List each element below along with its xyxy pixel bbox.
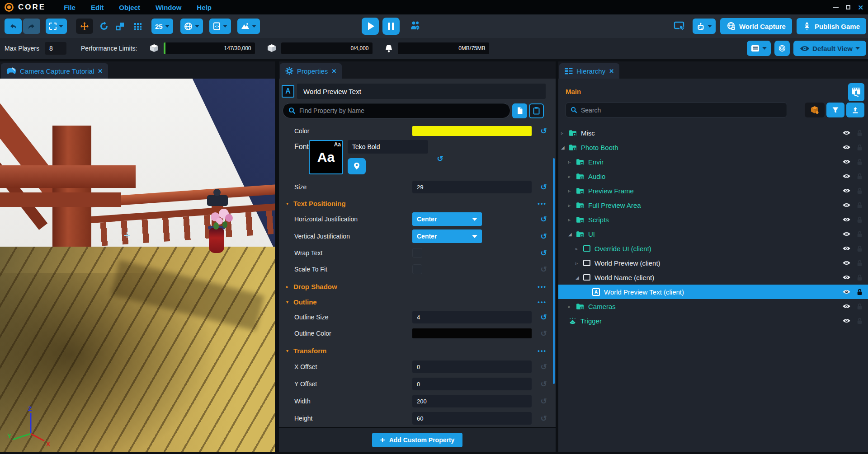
visibility-eye-icon[interactable] xyxy=(843,145,850,150)
world-settings-dropdown[interactable] xyxy=(180,19,203,34)
outline-color-swatch[interactable] xyxy=(412,328,532,338)
tree-expand-arrow[interactable]: ▹ xyxy=(568,188,576,193)
section-text-positioning[interactable]: ▾ Text Positioning ••• xyxy=(279,199,556,208)
scale-to-fit-checkbox[interactable] xyxy=(412,264,422,274)
tree-row[interactable]: ▹ A Override UI (client) xyxy=(558,241,868,256)
menu-file[interactable]: File xyxy=(64,4,75,11)
tree-row[interactable]: ◢ A Photo Booth xyxy=(558,140,868,154)
menu-object[interactable]: Object xyxy=(119,4,140,11)
filter-button[interactable] xyxy=(826,103,844,117)
tree-row[interactable]: ▹ A Envir xyxy=(558,154,868,169)
tree-expand-arrow[interactable]: ▹ xyxy=(568,159,576,164)
wrap-text-checkbox[interactable] xyxy=(412,248,422,258)
font-picker-button[interactable] xyxy=(348,158,366,174)
tree-expand-arrow[interactable]: ▹ xyxy=(576,261,583,266)
maximize-button[interactable] xyxy=(846,5,850,9)
visibility-eye-icon[interactable] xyxy=(843,246,850,251)
font-name-input[interactable] xyxy=(348,140,428,154)
script-dropdown[interactable]: <> xyxy=(209,19,231,34)
reset-icon[interactable]: ↺ xyxy=(540,266,547,273)
reset-icon[interactable]: ↺ xyxy=(540,215,547,223)
width-input[interactable] xyxy=(412,395,532,407)
tab-hierarchy[interactable]: Hierarchy ✕ xyxy=(559,63,619,79)
reset-icon[interactable]: ↺ xyxy=(540,380,547,388)
x-offset-input[interactable] xyxy=(412,360,532,373)
save-dropdown[interactable] xyxy=(747,41,771,56)
visibility-eye-icon[interactable] xyxy=(843,130,850,136)
close-icon[interactable]: ✕ xyxy=(331,68,336,75)
menu-edit[interactable]: Edit xyxy=(91,4,104,11)
properties-scrollbar[interactable] xyxy=(553,158,555,384)
add-custom-property-button[interactable]: + Add Custom Property xyxy=(372,433,463,447)
tree-row[interactable]: ▹ A Audio xyxy=(558,169,868,183)
lock-icon[interactable] xyxy=(857,231,863,238)
visibility-eye-icon[interactable] xyxy=(843,173,850,179)
asset-filter-button[interactable] xyxy=(805,103,825,117)
close-button[interactable]: ✕ xyxy=(858,4,863,11)
grid-size-dropdown[interactable]: 25 xyxy=(151,19,173,34)
default-view-dropdown[interactable]: Default View xyxy=(793,41,866,56)
viewport-canvas[interactable]: Z Y X xyxy=(0,79,275,452)
paste-properties-button[interactable] xyxy=(529,103,544,118)
play-button[interactable] xyxy=(362,18,379,35)
tree-expand-arrow[interactable]: ▹ xyxy=(561,131,569,136)
section-transform[interactable]: ▾ Transform ••• xyxy=(279,346,556,355)
font-preview-swatch[interactable]: Aa Aa xyxy=(309,140,343,174)
visibility-eye-icon[interactable] xyxy=(843,289,850,295)
lock-icon[interactable] xyxy=(857,187,863,194)
reset-icon[interactable]: ↺ xyxy=(437,155,443,163)
tree-row[interactable]: A World Preview Text (client) xyxy=(558,285,868,299)
scale-tool-button[interactable] xyxy=(113,19,127,34)
lock-icon[interactable] xyxy=(857,318,863,324)
tree-row[interactable]: ▹ A World Preview (client) xyxy=(558,256,868,270)
tab-properties[interactable]: Properties ✕ xyxy=(280,63,342,79)
max-players-input[interactable] xyxy=(45,42,66,55)
capture-mode-dropdown[interactable] xyxy=(693,19,716,34)
reset-icon[interactable]: ↺ xyxy=(540,249,547,257)
lock-icon[interactable] xyxy=(857,260,863,267)
selection-mode-dropdown[interactable] xyxy=(46,19,67,34)
outline-size-input[interactable] xyxy=(412,311,532,323)
pause-button[interactable] xyxy=(382,18,400,35)
publish-game-button[interactable]: Publish Game xyxy=(797,18,866,34)
color-swatch[interactable] xyxy=(412,126,532,136)
tree-row[interactable]: ▹ A Full Preview Area xyxy=(558,198,868,212)
copy-properties-button[interactable] xyxy=(512,103,527,118)
height-input[interactable] xyxy=(412,412,532,425)
property-search-input[interactable] xyxy=(299,107,510,114)
menu-help[interactable]: Help xyxy=(197,4,212,11)
reset-icon[interactable]: ↺ xyxy=(540,233,547,240)
redo-button[interactable] xyxy=(23,19,40,34)
rotate-tool-button[interactable] xyxy=(97,19,111,34)
section-drop-shadow[interactable]: ▸ Drop Shadow ••• xyxy=(279,282,556,291)
tree-row[interactable]: ▹ A Cameras xyxy=(558,299,868,314)
terrain-dropdown[interactable] xyxy=(237,19,260,34)
visibility-eye-icon[interactable] xyxy=(843,202,850,208)
visibility-eye-icon[interactable] xyxy=(843,217,850,222)
snap-target-button[interactable] xyxy=(774,41,790,56)
visibility-eye-icon[interactable] xyxy=(843,188,850,193)
reset-icon[interactable]: ↺ xyxy=(540,330,547,337)
section-outline[interactable]: ▾ Outline ••• xyxy=(279,297,556,306)
move-tool-button[interactable] xyxy=(76,19,93,34)
scene-capture-button[interactable] xyxy=(848,83,864,101)
tree-row[interactable]: ▹ A Scripts xyxy=(558,212,868,227)
hierarchy-search[interactable] xyxy=(566,103,787,117)
collapse-export-button[interactable] xyxy=(846,103,864,117)
tab-camera-capture-tutorial[interactable]: Camera Capture Tutorial ✕ xyxy=(1,63,108,79)
horizontal-justification-dropdown[interactable]: Center xyxy=(412,212,482,226)
section-menu-icon[interactable]: ••• xyxy=(538,299,547,305)
lock-icon[interactable] xyxy=(857,303,863,310)
reset-icon[interactable]: ↺ xyxy=(540,183,547,191)
visibility-eye-icon[interactable] xyxy=(843,231,850,237)
tree-expand-arrow[interactable]: ▹ xyxy=(568,203,576,208)
undo-button[interactable] xyxy=(5,19,22,34)
lock-icon[interactable] xyxy=(857,216,863,223)
multiplayer-preview-button[interactable] xyxy=(407,19,424,34)
tree-row[interactable]: ▹ A Misc xyxy=(558,126,868,140)
section-menu-icon[interactable]: ••• xyxy=(538,200,547,207)
screen-share-button[interactable] xyxy=(671,19,688,34)
reset-icon[interactable]: ↺ xyxy=(540,127,547,135)
lock-icon[interactable] xyxy=(857,130,863,136)
visibility-eye-icon[interactable] xyxy=(843,275,850,280)
